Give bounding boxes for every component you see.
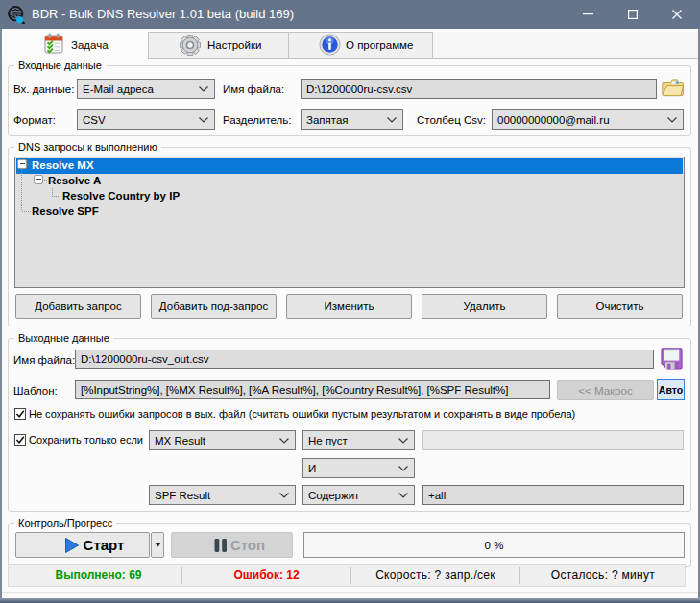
svg-text:DNS: DNS <box>9 11 23 17</box>
